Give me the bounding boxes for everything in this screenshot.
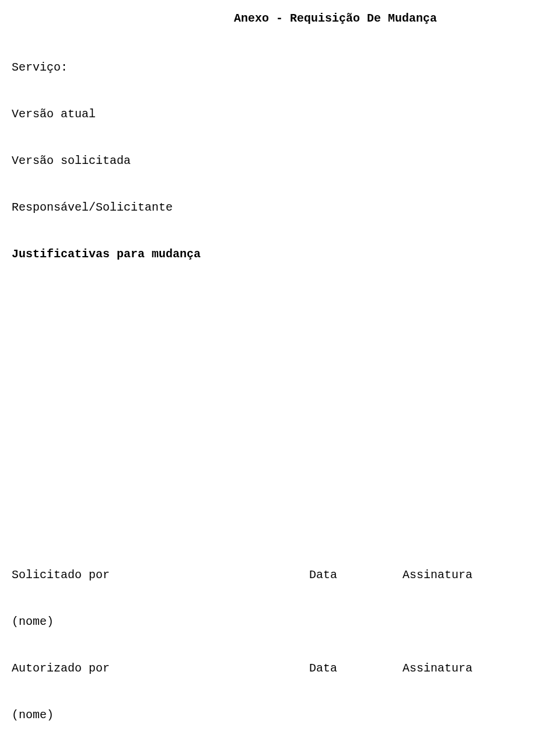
autorizado-nome: (nome): [12, 707, 548, 723]
autorizado-assinatura-label: Assinatura: [402, 660, 548, 677]
solicitado-por-label: Solicitado por: [12, 567, 309, 583]
field-servico: Serviço:: [12, 60, 548, 76]
field-justificativas: Justificativas para mudança: [12, 246, 548, 263]
autorizado-header-row: Autorizado por Data Assinatura: [12, 660, 548, 677]
autorizado-por-label: Autorizado por: [12, 660, 309, 677]
field-versao-solicitada: Versão solicitada: [12, 153, 548, 169]
content-spacer: [12, 293, 548, 567]
solicitado-nome: (nome): [12, 614, 548, 630]
solicitado-assinatura-label: Assinatura: [402, 567, 548, 583]
autorizado-data-label: Data: [309, 660, 402, 677]
field-responsavel-solicitante: Responsável/Solicitante: [12, 200, 548, 216]
solicitado-data-label: Data: [309, 567, 402, 583]
solicitado-header-row: Solicitado por Data Assinatura: [12, 567, 548, 583]
document-title: Anexo - Requisição De Mudança: [12, 11, 548, 27]
field-versao-atual: Versão atual: [12, 106, 548, 123]
